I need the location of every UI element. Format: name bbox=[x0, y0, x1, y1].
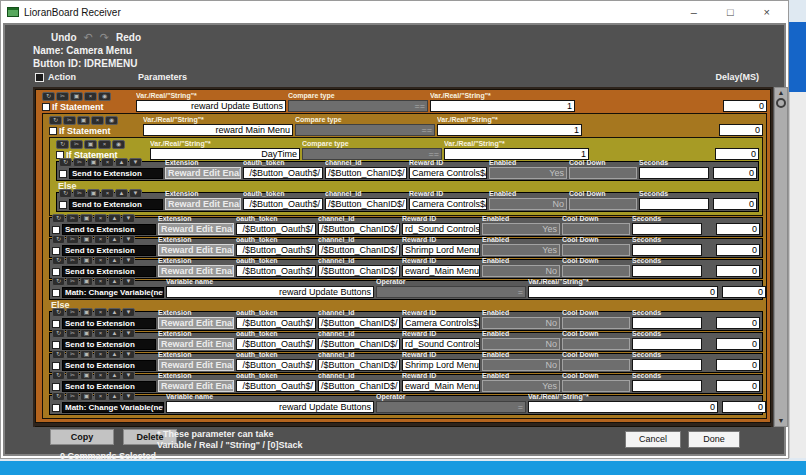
copy-icon[interactable]: ▣ bbox=[80, 329, 93, 338]
extension-button[interactable]: Reward Edit Enable bbox=[158, 359, 234, 371]
seconds-input[interactable] bbox=[632, 359, 702, 371]
variable-name-input[interactable]: reward Update Buttons bbox=[166, 286, 374, 298]
copy-icon[interactable]: ▣ bbox=[87, 158, 100, 167]
copy-icon[interactable]: ▣ bbox=[77, 116, 90, 125]
eye-icon[interactable]: ◉ bbox=[105, 116, 118, 125]
delay-input[interactable]: 0 bbox=[722, 401, 766, 413]
cut-icon[interactable]: ✂ bbox=[70, 140, 83, 149]
enabled-input[interactable]: Yes bbox=[482, 244, 560, 256]
move-up-icon[interactable]: ▲ bbox=[108, 277, 121, 286]
move-up-icon[interactable]: ▲ bbox=[115, 189, 128, 198]
cut-icon[interactable]: ✂ bbox=[56, 92, 69, 101]
copy-icon[interactable]: ▣ bbox=[80, 277, 93, 286]
oauth-input[interactable]: /$Button_Oauth$/ bbox=[236, 317, 316, 329]
operator-input[interactable]: = bbox=[376, 401, 526, 413]
move-down-icon[interactable]: ▼ bbox=[122, 256, 135, 265]
oauth-input[interactable]: /$Button_Oauth$/ bbox=[236, 338, 316, 350]
seconds-input[interactable] bbox=[632, 244, 702, 256]
channel-input[interactable]: /$Button_ChanID$/ bbox=[318, 338, 400, 350]
extension-button[interactable]: Reward Edit Enable bbox=[158, 244, 234, 256]
reload-icon[interactable]: ↻ bbox=[56, 140, 69, 149]
delete-icon[interactable]: × bbox=[94, 214, 107, 223]
row-checkbox[interactable] bbox=[52, 289, 60, 297]
move-up-icon[interactable]: ▲ bbox=[108, 371, 121, 380]
delete-icon[interactable]: × bbox=[94, 277, 107, 286]
cooldown-input[interactable] bbox=[562, 359, 630, 371]
channel-input[interactable]: /$Button_ChanID$/ bbox=[318, 359, 400, 371]
cooldown-input[interactable] bbox=[562, 380, 630, 392]
channel-input[interactable]: /$Button_ChanID$/ bbox=[318, 380, 400, 392]
oauth-input[interactable]: /$Button_Oauth$/ bbox=[236, 359, 316, 371]
move-down-icon[interactable]: ▼ bbox=[122, 308, 135, 317]
scrollbar[interactable]: ▲ ▼ bbox=[774, 87, 788, 427]
redo-icon[interactable]: ↷ bbox=[100, 31, 109, 44]
move-up-icon[interactable]: ▲ bbox=[108, 329, 121, 338]
delete-icon[interactable]: × bbox=[94, 308, 107, 317]
delay-input[interactable]: 0 bbox=[723, 100, 767, 112]
move-down-icon[interactable]: ▼ bbox=[122, 392, 135, 401]
reward-input[interactable]: Camera Controls$/ bbox=[402, 317, 480, 329]
scroll-up-icon[interactable]: ▲ bbox=[775, 88, 787, 97]
row-checkbox[interactable] bbox=[52, 226, 60, 234]
copy-icon[interactable]: ▣ bbox=[87, 189, 100, 198]
row-checkbox[interactable] bbox=[52, 404, 60, 412]
cooldown-input[interactable] bbox=[569, 198, 637, 210]
oauth-input[interactable]: /$Button_Oauth$/ bbox=[236, 380, 316, 392]
extension-button[interactable]: Reward Edit Enable bbox=[158, 380, 234, 392]
cut-icon[interactable]: ✂ bbox=[66, 277, 79, 286]
extension-button[interactable]: Reward Edit Enable bbox=[158, 317, 234, 329]
row-checkbox[interactable] bbox=[59, 201, 67, 209]
select-all-checkbox[interactable] bbox=[35, 73, 44, 82]
seconds-input[interactable] bbox=[632, 317, 702, 329]
reload-icon[interactable]: ↻ bbox=[49, 116, 62, 125]
param-value-input[interactable]: 1 bbox=[437, 124, 582, 136]
enabled-input[interactable]: Yes bbox=[489, 167, 567, 179]
delay-input[interactable]: 0 bbox=[713, 167, 757, 179]
delete-icon[interactable]: × bbox=[94, 235, 107, 244]
delay-input[interactable]: 0 bbox=[722, 286, 766, 298]
cooldown-input[interactable] bbox=[562, 265, 630, 277]
delete-icon[interactable]: × bbox=[94, 350, 107, 359]
row-checkbox[interactable] bbox=[52, 383, 60, 391]
reward-input[interactable]: eward_Main Menu$/ bbox=[402, 265, 480, 277]
scrollbar-thumb[interactable] bbox=[776, 98, 786, 108]
delay-input[interactable]: 0 bbox=[716, 359, 760, 371]
reload-icon[interactable]: ↻ bbox=[52, 256, 65, 265]
move-down-icon[interactable]: ▼ bbox=[122, 214, 135, 223]
cooldown-input[interactable] bbox=[562, 338, 630, 350]
move-down-icon[interactable]: ▼ bbox=[122, 329, 135, 338]
row-checkbox[interactable] bbox=[52, 268, 60, 276]
reload-icon[interactable]: ↻ bbox=[52, 235, 65, 244]
reward-input[interactable]: Shrimp Lord Menu$/ bbox=[402, 244, 480, 256]
param-value-input[interactable]: 0 bbox=[528, 286, 718, 298]
move-down-icon[interactable]: ▼ bbox=[129, 189, 142, 198]
param-value-input[interactable]: reward Main Menu bbox=[143, 124, 293, 136]
row-checkbox[interactable] bbox=[52, 247, 60, 255]
cut-icon[interactable]: ✂ bbox=[63, 116, 76, 125]
reload-icon[interactable]: ↻ bbox=[42, 92, 55, 101]
param-value-input[interactable]: 1 bbox=[430, 100, 575, 112]
copy-icon[interactable]: ▣ bbox=[80, 308, 93, 317]
minimize-button[interactable]: – bbox=[691, 6, 697, 18]
cancel-button[interactable]: Cancel bbox=[625, 431, 681, 448]
compare-type-input[interactable]: == bbox=[288, 100, 428, 112]
reload-icon[interactable]: ↻ bbox=[52, 308, 65, 317]
undo-icon[interactable]: ↶ bbox=[84, 31, 93, 44]
reward-input[interactable]: rd_Sound Controls$/ bbox=[402, 338, 480, 350]
oauth-input[interactable]: /$Button_Oauth$/ bbox=[236, 223, 316, 235]
reload-icon[interactable]: ↻ bbox=[59, 158, 72, 167]
delete-icon[interactable]: × bbox=[94, 392, 107, 401]
enabled-input[interactable]: Yes bbox=[482, 380, 560, 392]
move-up-icon[interactable]: ▲ bbox=[108, 350, 121, 359]
extension-button[interactable]: Reward Edit Enable bbox=[165, 198, 241, 210]
delay-input[interactable]: 0 bbox=[716, 265, 760, 277]
reward-input[interactable]: Camera Controls$/ bbox=[409, 167, 487, 179]
cut-icon[interactable]: ✂ bbox=[66, 256, 79, 265]
oauth-input[interactable]: /$Button_Oauth$/ bbox=[243, 198, 323, 210]
oauth-input[interactable]: /$Button_Oauth$/ bbox=[236, 244, 316, 256]
row-checkbox[interactable] bbox=[49, 127, 57, 135]
copy-icon[interactable]: ▣ bbox=[70, 92, 83, 101]
cut-icon[interactable]: ✂ bbox=[66, 308, 79, 317]
enabled-input[interactable]: No bbox=[482, 265, 560, 277]
oauth-input[interactable]: /$Button_Oauth$/ bbox=[236, 265, 316, 277]
